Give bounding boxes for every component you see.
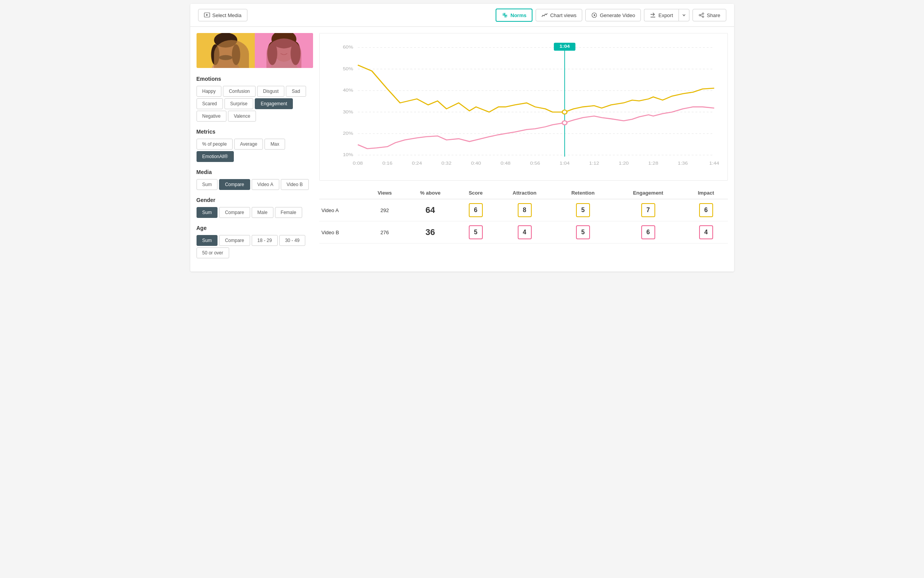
col-header-retention: Retention bbox=[554, 187, 612, 199]
svg-point-9 bbox=[702, 13, 704, 14]
media-video-a[interactable]: Video A bbox=[252, 179, 279, 190]
metric-pct-people[interactable]: % of people bbox=[197, 139, 233, 150]
emotion-engagement[interactable]: Engagement bbox=[255, 98, 293, 109]
score-box-attraction-b: 4 bbox=[518, 225, 532, 239]
svg-text:50%: 50% bbox=[343, 66, 353, 71]
row-engagement-video-b: 6 bbox=[612, 221, 684, 244]
age-18-29[interactable]: 18 - 29 bbox=[252, 235, 278, 246]
gender-label: Gender bbox=[197, 197, 313, 203]
age-compare[interactable]: Compare bbox=[219, 235, 250, 246]
svg-text:1:04: 1:04 bbox=[559, 44, 570, 49]
row-engagement-video-a: 7 bbox=[612, 199, 684, 221]
export-button[interactable]: Export bbox=[644, 9, 679, 21]
generate-video-label: Generate Video bbox=[600, 12, 635, 18]
generate-video-button[interactable]: Generate Video bbox=[585, 9, 641, 21]
col-header-pct-above: % above bbox=[404, 187, 456, 199]
media-compare[interactable]: Compare bbox=[219, 179, 250, 190]
row-impact-video-b: 4 bbox=[684, 221, 728, 244]
top-bar: Select Media Norms Chart views bbox=[190, 4, 734, 27]
svg-point-55 bbox=[562, 110, 567, 114]
score-box-retention-b: 5 bbox=[576, 225, 590, 239]
right-panel: .grid-line { stroke: #e0e0e0; stroke-wid… bbox=[319, 33, 728, 265]
metric-max[interactable]: Max bbox=[264, 139, 285, 150]
media-icon bbox=[204, 12, 210, 18]
svg-text:0:56: 0:56 bbox=[530, 161, 540, 166]
svg-text:0:08: 0:08 bbox=[353, 161, 363, 166]
svg-point-10 bbox=[699, 14, 701, 16]
emotion-scared[interactable]: Scared bbox=[197, 98, 223, 109]
svg-point-4 bbox=[503, 13, 505, 15]
score-box-engagement-b: 6 bbox=[641, 225, 655, 239]
media-thumbnails bbox=[197, 33, 313, 68]
svg-text:0:48: 0:48 bbox=[500, 161, 510, 166]
svg-point-17 bbox=[214, 33, 237, 48]
emotion-sad[interactable]: Sad bbox=[286, 86, 306, 97]
gender-female[interactable]: Female bbox=[275, 207, 302, 218]
row-score-video-b: 5 bbox=[456, 221, 495, 244]
share-icon bbox=[698, 12, 705, 18]
gender-male[interactable]: Male bbox=[252, 207, 273, 218]
score-box-engagement-a: 7 bbox=[641, 203, 655, 217]
chart-container[interactable]: .grid-line { stroke: #e0e0e0; stroke-wid… bbox=[319, 33, 728, 181]
chart-views-label: Chart views bbox=[550, 12, 576, 18]
emotion-valence[interactable]: Valence bbox=[228, 111, 256, 122]
svg-point-22 bbox=[268, 57, 299, 68]
svg-text:30%: 30% bbox=[343, 109, 353, 114]
row-label-video-a: Video A bbox=[319, 199, 365, 221]
norms-icon bbox=[502, 12, 508, 18]
select-media-button[interactable]: Select Media bbox=[198, 9, 247, 21]
age-50-over[interactable]: 50 or over bbox=[197, 247, 229, 258]
svg-point-24 bbox=[271, 33, 296, 49]
chart-views-button[interactable]: Chart views bbox=[536, 9, 582, 21]
metric-emotionall[interactable]: EmotionAll® bbox=[197, 151, 234, 162]
svg-point-19 bbox=[232, 44, 240, 65]
row-views-video-b: 276 bbox=[365, 221, 404, 244]
col-header-impact: Impact bbox=[684, 187, 728, 199]
gender-section: Gender Sum Compare Male Female bbox=[197, 197, 313, 218]
svg-point-20 bbox=[219, 55, 232, 60]
chart-svg: .grid-line { stroke: #e0e0e0; stroke-wid… bbox=[339, 41, 724, 169]
table-header-row: Views % above Score Attraction Retention… bbox=[319, 187, 728, 199]
age-sum[interactable]: Sum bbox=[197, 235, 218, 246]
left-panel: Emotions Happy Confusion Disgust Sad Sca… bbox=[197, 33, 313, 265]
emotion-confusion[interactable]: Confusion bbox=[223, 86, 256, 97]
export-dropdown-button[interactable] bbox=[679, 9, 689, 21]
gender-sum[interactable]: Sum bbox=[197, 207, 218, 218]
generate-video-icon bbox=[591, 12, 597, 18]
row-attraction-video-b: 4 bbox=[495, 221, 554, 244]
gender-compare[interactable]: Compare bbox=[219, 207, 250, 218]
media-video-b[interactable]: Video B bbox=[281, 179, 309, 190]
share-button[interactable]: Share bbox=[693, 9, 726, 21]
score-box-attraction-a: 8 bbox=[518, 203, 532, 217]
score-box-score-b: 5 bbox=[469, 225, 483, 239]
emotions-label: Emotions bbox=[197, 76, 313, 82]
svg-point-56 bbox=[562, 121, 567, 125]
svg-rect-21 bbox=[255, 33, 313, 68]
row-pct-video-a: 64 bbox=[404, 199, 456, 221]
media-sum[interactable]: Sum bbox=[197, 179, 218, 190]
svg-text:60%: 60% bbox=[343, 45, 353, 50]
svg-text:1:28: 1:28 bbox=[648, 161, 658, 166]
row-retention-video-a: 5 bbox=[554, 199, 612, 221]
svg-text:1:36: 1:36 bbox=[678, 161, 688, 166]
metric-average[interactable]: Average bbox=[234, 139, 263, 150]
col-header-attraction: Attraction bbox=[495, 187, 554, 199]
svg-point-23 bbox=[273, 37, 295, 62]
age-30-49[interactable]: 30 - 49 bbox=[279, 235, 305, 246]
svg-point-11 bbox=[702, 16, 704, 17]
svg-text:1:44: 1:44 bbox=[709, 161, 719, 166]
svg-text:0:24: 0:24 bbox=[412, 161, 422, 166]
svg-line-12 bbox=[701, 14, 702, 15]
emotions-pills: Happy Confusion Disgust Sad Scared Surpr… bbox=[197, 86, 313, 122]
export-label: Export bbox=[658, 12, 673, 18]
emotion-happy[interactable]: Happy bbox=[197, 86, 222, 97]
svg-point-18 bbox=[211, 44, 219, 65]
emotion-surprise[interactable]: Surprise bbox=[224, 98, 254, 109]
emotion-disgust[interactable]: Disgust bbox=[257, 86, 284, 97]
metrics-section: Metrics % of people Average Max EmotionA… bbox=[197, 129, 313, 162]
score-box-impact-a: 6 bbox=[699, 203, 713, 217]
media-section: Media Sum Compare Video A Video B bbox=[197, 169, 313, 190]
row-retention-video-b: 5 bbox=[554, 221, 612, 244]
emotion-negative[interactable]: Negative bbox=[197, 111, 226, 122]
norms-button[interactable]: Norms bbox=[496, 9, 532, 22]
